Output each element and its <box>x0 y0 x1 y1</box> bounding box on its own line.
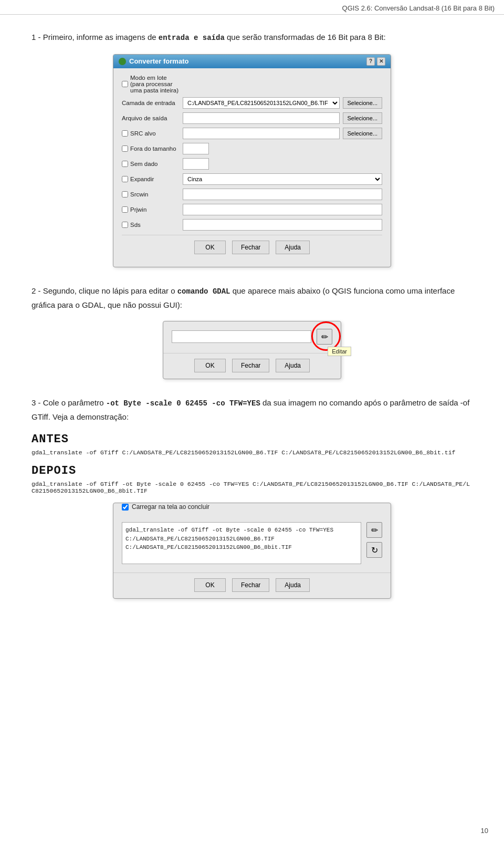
edit-ok-btn[interactable]: OK <box>194 359 226 372</box>
page-number: 10 <box>481 827 488 835</box>
converter-fechar-btn[interactable]: Fechar <box>232 241 269 254</box>
input-layer-row: Camada de entrada C:/LANDSAT8_PE/LC82150… <box>122 97 382 109</box>
antes-code: gdal_translate -of GTiff C:/LANDSAT8_PE/… <box>32 449 472 456</box>
sds-label: Sds <box>122 222 180 228</box>
sem-dado-input[interactable]: 0 <box>183 158 209 170</box>
edit-fechar-btn[interactable]: Fechar <box>232 359 269 372</box>
depois-code: gdal_translate -of GTiff -ot Byte -scale… <box>32 481 472 494</box>
section1-text: 1 - Primeiro, informe as imagens de entr… <box>32 30 472 45</box>
result-footer: OK Fechar Ajuda <box>113 573 391 598</box>
page-header: QGIS 2.6: Conversão Landsat-8 (16 Bit pa… <box>0 0 504 15</box>
converter-dialog: Converter formato ? ✕ Modo em lote (para… <box>113 54 391 267</box>
result-dialog-body: gdal_translate -of GTiff -ot Byte -scale… <box>113 516 391 568</box>
input-layer-select[interactable]: C:/LANDSAT8_PE/LC82150652013152LGN00_B6.… <box>183 97 340 109</box>
section-1: 1 - Primeiro, informe as imagens de entr… <box>32 30 472 267</box>
src-alvo-select-btn[interactable]: Selecione... <box>343 128 382 139</box>
prjwin-input[interactable] <box>183 204 382 215</box>
page-content: 1 - Primeiro, informe as imagens de entr… <box>0 15 504 631</box>
input-layer-select-btn[interactable]: Selecione... <box>343 97 382 109</box>
src-alvo-input[interactable]: EPSG:32624 <box>183 128 340 139</box>
output-file-row: Arquivo de saída C:/LANDSAT8_PE/LC821506… <box>122 112 382 124</box>
input-layer-label: Camada de entrada <box>122 100 180 106</box>
srcwin-row: Srcwin <box>122 189 382 200</box>
edit-input[interactable]: 52LGN00_B6.TIF <box>172 330 311 343</box>
result-checkbox-row: Carregar na tela ao concluir <box>113 503 391 516</box>
section-3: 3 - Cole o parâmetro -ot Byte -scale 0 6… <box>32 396 472 599</box>
sds-input[interactable] <box>183 219 382 231</box>
src-alvo-label: SRC alvo <box>122 130 180 137</box>
fora-label: Fora do tamanho <box>122 145 180 152</box>
result-textarea[interactable]: gdal_translate -of GTiff -ot Byte -scale… <box>122 522 361 564</box>
expandir-checkbox[interactable] <box>122 176 128 182</box>
srcwin-label: Srcwin <box>122 191 180 197</box>
converter-titlebar: Converter formato ? ✕ <box>113 55 391 68</box>
expandir-label: Expandir <box>122 176 180 182</box>
edit-dialog-body: 52LGN00_B6.TIF ✏ Editar <box>163 321 341 349</box>
result-icon-btns: ✏ ↻ <box>366 522 382 564</box>
batch-row: Modo em lote (para processar uma pasta i… <box>122 75 382 93</box>
section3-code-param: -ot Byte -scale 0 62455 -co TFW=YES <box>106 399 260 408</box>
antes-label: ANTES <box>32 433 472 446</box>
expandir-select[interactable]: Cinza <box>183 173 382 185</box>
result-refresh-btn[interactable]: ↻ <box>366 542 382 558</box>
help-button[interactable]: ? <box>366 57 375 66</box>
close-button[interactable]: ✕ <box>377 57 385 66</box>
edit-ajuda-btn[interactable]: Ajuda <box>276 359 310 372</box>
sem-dado-label: Sem dado <box>122 161 180 167</box>
section2-text1: 2 - Segundo, clique no lápis para editar… <box>32 286 177 295</box>
edit-pencil-btn[interactable]: ✏ <box>317 329 332 345</box>
output-file-select-btn[interactable]: Selecione... <box>343 112 382 124</box>
section2-text: 2 - Segundo, clique no lápis para editar… <box>32 284 472 311</box>
converter-footer: OK Fechar Ajuda <box>122 235 382 261</box>
converter-title: Converter formato <box>129 57 188 65</box>
output-file-label: Arquivo de saída <box>122 115 180 121</box>
batch-checkbox[interactable] <box>122 81 128 87</box>
result-ajuda-btn[interactable]: Ajuda <box>276 578 310 592</box>
prjwin-checkbox[interactable] <box>122 206 128 213</box>
page-title: QGIS 2.6: Conversão Landsat-8 (16 Bit pa… <box>342 4 495 12</box>
sem-dado-checkbox[interactable] <box>122 161 128 167</box>
section2-code-gdal: comando GDAL <box>177 287 230 296</box>
section3-text: 3 - Cole o parâmetro -ot Byte -scale 0 6… <box>32 396 472 423</box>
section3-text1: 3 - Cole o parâmetro <box>32 398 106 407</box>
srcwin-input[interactable] <box>183 189 382 200</box>
expandir-row: Expandir Cinza <box>122 173 382 185</box>
edit-footer: OK Fechar Ajuda <box>163 353 341 379</box>
titlebar-buttons: ? ✕ <box>366 57 385 66</box>
prjwin-label: Prjwin <box>122 206 180 213</box>
result-ok-btn[interactable]: OK <box>194 578 226 592</box>
fora-input[interactable]: 25% <box>183 143 209 154</box>
output-file-input[interactable]: C:/LANDSAT8_PE/LC82150652013152LGN00_B6_… <box>183 112 340 124</box>
sds-row: Sds <box>122 219 382 231</box>
converter-ok-btn[interactable]: OK <box>194 241 226 254</box>
fora-checkbox[interactable] <box>122 145 128 152</box>
result-dialog: Carregar na tela ao concluir gdal_transl… <box>113 503 391 599</box>
section1-text-after: que serão transformadas de 16 Bit para 8… <box>225 33 386 41</box>
result-checkbox[interactable] <box>122 504 129 511</box>
src-alvo-checkbox[interactable] <box>122 130 128 137</box>
dialog-body: Modo em lote (para processar uma pasta i… <box>113 68 391 267</box>
qgis-title-icon <box>119 58 126 65</box>
prjwin-row: Prjwin <box>122 204 382 215</box>
sds-checkbox[interactable] <box>122 222 128 228</box>
titlebar-left: Converter formato <box>119 57 188 65</box>
section1-text-before: 1 - Primeiro, informe as imagens de <box>32 33 159 41</box>
edit-btn-container: ✏ Editar <box>317 329 332 345</box>
srcwin-checkbox[interactable] <box>122 191 128 197</box>
batch-label: Modo em lote (para processar uma pasta i… <box>122 75 180 93</box>
section-2: 2 - Segundo, clique no lápis para editar… <box>32 284 472 379</box>
fora-row: Fora do tamanho 25% <box>122 143 382 154</box>
result-checkbox-label: Carregar na tela ao concluir <box>132 503 209 511</box>
result-fechar-btn[interactable]: Fechar <box>232 578 269 592</box>
depois-label: DEPOIS <box>32 464 472 477</box>
editar-tooltip: Editar <box>328 347 351 356</box>
converter-ajuda-btn[interactable]: Ajuda <box>276 241 310 254</box>
section1-code: entrada e saída <box>159 34 225 42</box>
src-alvo-row: SRC alvo EPSG:32624 Selecione... <box>122 128 382 139</box>
edit-dialog: 52LGN00_B6.TIF ✏ Editar OK Fechar Ajuda <box>163 321 341 379</box>
result-pencil-btn[interactable]: ✏ <box>366 522 382 538</box>
sem-dado-row: Sem dado 0 <box>122 158 382 170</box>
